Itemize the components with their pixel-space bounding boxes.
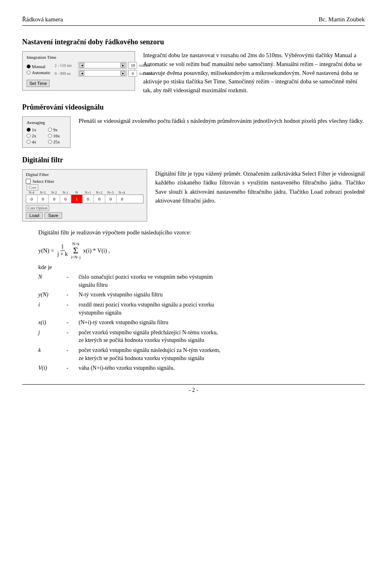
filter-cell-6[interactable]: 0 bbox=[94, 195, 105, 203]
set-time-button[interactable]: Set Time bbox=[27, 80, 50, 87]
section1-text: Integrační dobu lze nastavovat v rozsahu… bbox=[143, 51, 365, 95]
load-button[interactable]: Load bbox=[26, 212, 43, 219]
page-number: - 2 - bbox=[189, 387, 198, 393]
filter-cell-3[interactable]: 0 bbox=[60, 195, 71, 203]
var-row-i: i - rozdíl mezi pozicí vzorku vstupního … bbox=[38, 301, 365, 317]
filter-cell-4[interactable]: 1 bbox=[71, 195, 83, 203]
avg-16x-label: 16x bbox=[53, 133, 60, 138]
avg-4x-label: 4x bbox=[32, 139, 36, 144]
slider-us-label: 0 - 999 us bbox=[54, 71, 77, 76]
variable-table: N - číslo označující pozici vzorku ve vs… bbox=[38, 273, 365, 372]
fraction-denominator: j + k bbox=[56, 251, 69, 258]
avg-2x[interactable]: 2x bbox=[27, 133, 45, 138]
slider-us-track[interactable]: ◄ ► bbox=[78, 70, 127, 77]
avg-25x-label: 25x bbox=[53, 139, 60, 144]
formula-line: y(N) = 1 j + k N+k Σ i=N−j x(i) * V(i) , bbox=[38, 242, 365, 259]
slider-ms-track[interactable]: ◄ ► bbox=[78, 62, 127, 68]
avg-25x-circle bbox=[48, 140, 52, 144]
filter-cell-7[interactable]: 0 bbox=[105, 195, 117, 203]
slider-ms-right-btn[interactable]: ► bbox=[121, 63, 125, 68]
filter-header-np4: N+4 bbox=[116, 190, 127, 195]
var-name-i: i bbox=[38, 301, 62, 317]
section2-text: Přenáší se videosignál zvoleného počtu ř… bbox=[79, 116, 365, 125]
var-row-vi: V(i) - váha (N+i)-tého vzorku vstupního … bbox=[38, 364, 365, 372]
avg-16x-circle bbox=[48, 134, 52, 138]
filter-cell-0[interactable]: 0 bbox=[26, 195, 37, 203]
filter-header-np1: N+1 bbox=[82, 190, 94, 195]
var-name-yN: y(N) bbox=[38, 291, 62, 299]
filter-cell-8[interactable]: 0 bbox=[117, 195, 128, 203]
radio-manual-circle bbox=[27, 64, 31, 68]
avg-9x[interactable]: 9x bbox=[48, 127, 66, 132]
digital-filter-box-title: Digital Filter bbox=[26, 172, 144, 177]
section1-heading: Nastavení integrační doby řádkového senz… bbox=[22, 38, 365, 46]
avg-2x-label: 2x bbox=[32, 133, 36, 138]
var-desc-yN: N-tý vzorek výstupního signálu filtru bbox=[79, 291, 365, 299]
radio-automatic-label: Automatic bbox=[32, 70, 50, 75]
header-title-right: Bc. Martin Zoubek bbox=[318, 16, 365, 23]
radio-automatic[interactable]: Automatic bbox=[27, 70, 50, 75]
core-label: Core bbox=[27, 184, 38, 190]
var-row-j: j - počet vzorků vstupního signálu předc… bbox=[38, 329, 365, 344]
save-button[interactable]: Save bbox=[44, 212, 62, 219]
avg-9x-label: 9x bbox=[53, 127, 58, 132]
filter-header-n4: N-4 bbox=[26, 190, 37, 195]
avg-25x[interactable]: 25x bbox=[48, 139, 66, 144]
var-row-N: N - číslo označující pozici vzorku ve vs… bbox=[38, 273, 365, 289]
section3-text: Digitální filtr je typu vážený průměr. O… bbox=[155, 169, 365, 205]
slider-ms-label: 2 - 510 ms bbox=[54, 63, 77, 68]
var-desc-i: rozdíl mezi pozicí vzorku vstupního sign… bbox=[79, 301, 365, 317]
integration-box: Integration Time Manual Automatic bbox=[22, 51, 135, 91]
avg-4x[interactable]: 4x bbox=[27, 139, 45, 144]
slider-us-right-btn[interactable]: ► bbox=[121, 71, 125, 76]
var-dash-i: - bbox=[67, 301, 75, 317]
filter-header-n2: N-2 bbox=[48, 190, 60, 195]
slider-us-left-btn[interactable]: ◄ bbox=[79, 71, 84, 76]
var-desc-k: počet vzorků vstupního signálu následují… bbox=[79, 346, 365, 362]
radio-automatic-circle bbox=[27, 70, 31, 75]
avg-1x-circle bbox=[27, 128, 31, 132]
select-filter-checkbox[interactable] bbox=[26, 179, 31, 184]
sum-bottom: i=N−j bbox=[71, 255, 81, 259]
avg-2x-circle bbox=[27, 134, 31, 138]
averaging-box: Averaging 1x 9x 2x bbox=[22, 116, 71, 148]
var-name-j: j bbox=[38, 329, 62, 344]
header-title-left: Řádková kamera bbox=[22, 16, 63, 23]
section2-heading: Průměrování videosignálu bbox=[22, 103, 365, 112]
var-dash-j: - bbox=[67, 329, 75, 344]
formula-intro: Digitální filtr je realizován výpočtem p… bbox=[38, 228, 365, 237]
var-desc-N: číslo označující pozici vzorku ve vstupn… bbox=[79, 273, 365, 289]
avg-1x[interactable]: 1x bbox=[27, 127, 45, 132]
select-filter-label: Select Filter bbox=[33, 179, 54, 184]
var-name-vi: V(i) bbox=[38, 364, 62, 372]
var-row-xi: x(i) - (N+i)-tý vzorek vstupního signálu… bbox=[38, 319, 365, 327]
var-row-k: k - počet vzorků vstupního signálu násle… bbox=[38, 346, 365, 362]
var-dash-yN: - bbox=[67, 291, 75, 299]
var-desc-xi: (N+i)-tý vzorek vstupního signálu filtru bbox=[79, 319, 365, 327]
filter-cell-5[interactable]: 0 bbox=[83, 195, 94, 203]
sum-sigma: Σ bbox=[73, 246, 79, 255]
digital-filter-box-container: Digital Filter Select Filter Core N-4 N-… bbox=[22, 169, 147, 222]
var-dash-k: - bbox=[67, 346, 75, 362]
filter-header-n1: N-1 bbox=[60, 190, 71, 195]
var-row-yN: y(N) - N-tý vzorek výstupního signálu fi… bbox=[38, 291, 365, 299]
sum-symbol: N+k Σ i=N−j bbox=[71, 242, 81, 259]
kde-je-label: kde je bbox=[38, 264, 365, 271]
var-desc-j: počet vzorků vstupního signálu předcháze… bbox=[79, 329, 365, 344]
avg-4x-circle bbox=[27, 140, 31, 144]
averaging-box-title: Averaging bbox=[27, 120, 66, 125]
var-dash-xi: - bbox=[67, 319, 75, 327]
filter-cell-2[interactable]: 0 bbox=[49, 195, 60, 203]
formula-yn: y(N) = bbox=[38, 247, 54, 254]
var-dash-N: - bbox=[67, 273, 75, 289]
filter-cell-1[interactable]: 0 bbox=[37, 195, 49, 203]
filter-header-np3: N+3 bbox=[105, 190, 116, 195]
radio-manual[interactable]: Manual bbox=[27, 64, 50, 69]
slider-ms-left-btn[interactable]: ◄ bbox=[79, 63, 84, 68]
filter-header-np2: N+2 bbox=[94, 190, 105, 195]
var-name-k: k bbox=[38, 346, 62, 362]
core-option-label: Core Option bbox=[26, 205, 49, 211]
fraction-numerator: 1 bbox=[60, 244, 65, 251]
formula-expr: x(i) * V(i) , bbox=[83, 247, 110, 254]
avg-16x[interactable]: 16x bbox=[48, 133, 66, 138]
